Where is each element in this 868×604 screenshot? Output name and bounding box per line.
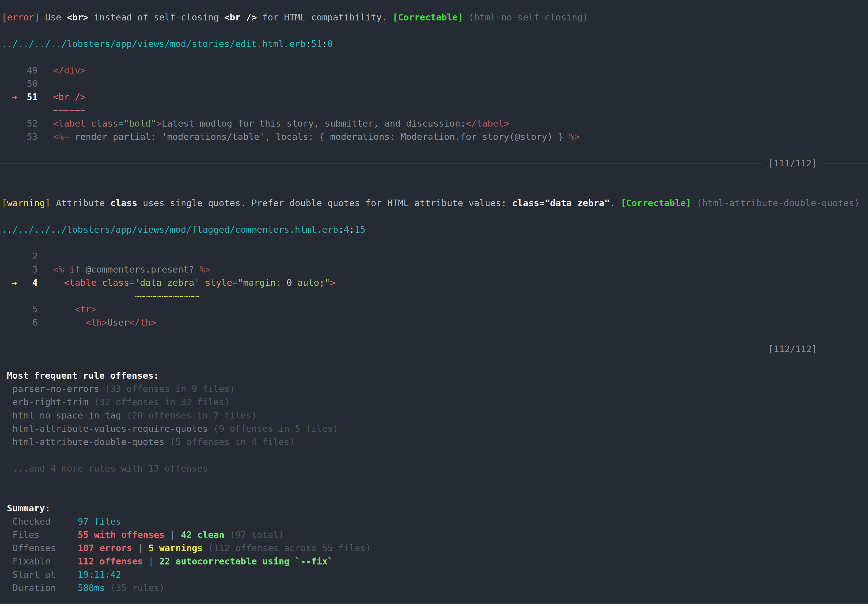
correctable-badge: [Correctable] [621,198,691,208]
gutter-divider [46,104,46,117]
line-number: 2 [2,250,38,263]
blank-line [0,50,868,64]
rule-name: (html-attribute-double-quotes) [697,198,860,208]
path-column-number: 0 [327,39,333,49]
rule-offense-count: (20 offenses in 7 files) [121,410,257,421]
severity-bracket: [ [2,198,7,208]
offense-message: [error] Use <br> instead of self-closing… [0,11,868,24]
divider-line [0,349,762,349]
msg-text: uses single quotes. Prefer double quotes… [137,198,512,208]
msg-text: for HTML compatibility. [257,12,393,23]
correctable-badge: [Correctable] [393,12,463,23]
gutter-divider [46,316,46,329]
code-token: " [325,277,330,288]
code-token: class [96,277,129,288]
code-snippet: 2 3<% if @commenters.present? %> →4 <tab… [0,250,868,329]
severity-label: warning [7,198,45,208]
code-content: </div> [53,65,86,76]
code-token: 0 [287,277,292,288]
blank-line [0,24,868,37]
code-token: if [64,264,80,275]
file-path: ../../../../lobsters/app/views/mod/flagg… [0,223,868,236]
summary-label: Files [12,528,78,541]
path-column-number: 15 [355,224,366,235]
gutter-divider [46,90,46,104]
progress-counter: [112/112] [762,342,823,356]
progress-counter: [111/112] [762,157,823,170]
code-line-50: 50 [0,77,868,90]
file-path: ../../../../lobsters/app/views/mod/stori… [0,37,868,50]
code-content: <% if @commenters.present? %> [53,264,211,275]
code-token: @commenters.present? [80,264,200,275]
code-token: <% [53,264,64,275]
code-token: Latest modlog for this story, submitter,… [161,118,466,129]
rule-offense-count: (33 offenses in 9 files) [99,384,235,394]
summary-separator: | [143,556,159,567]
offense-message: [warning] Attribute class uses single qu… [0,196,868,210]
msg-text [463,12,468,23]
offense-underline-row: ~~~~~~ [0,104,868,117]
line-number: 50 [2,77,38,90]
code-token: > [156,118,161,129]
code-token: render partial: 'moderations/table', loc… [69,131,569,142]
code-line-51: →51<br /> [0,90,868,104]
code-line-2: 2 [0,250,868,263]
gutter-divider [46,130,46,143]
divider-line [0,163,762,163]
summary-label: Duration [12,581,78,595]
blank-line [0,356,868,369]
underline-pad [53,290,135,301]
blank-line [0,183,868,196]
code-line-49: 49</div> [0,64,868,77]
line-number: 6 [2,316,38,329]
divider-line [823,349,868,349]
code-token: </label> [466,118,509,129]
summary-value-start-time: 19:11:42 [78,569,121,580]
summary-heading: Summary: [0,502,868,515]
code-token: = [129,277,135,288]
summary-row-duration: Duration588ms (35 rules) [0,581,868,595]
offense-warning-block: [warning] Attribute class uses single qu… [0,196,868,369]
summary-value-autocorrectable: 22 autocorrectable using `--fix` [159,556,333,567]
code-token [53,277,64,288]
gutter-divider [46,64,46,77]
line-number: 5 [2,303,38,316]
code-line-6: 6 <th>User</th> [0,316,868,329]
rule-offense-item: html-attribute-double-quotes (5 offenses… [0,435,868,449]
code-token: "bold" [124,118,156,129]
rule-offense-item: parser-no-errors (33 offenses in 9 files… [0,382,868,395]
offense-underline: ~~~~~~~~~~~~ [135,290,200,301]
summary-value-errors: 107 errors [78,543,132,553]
code-token: User [107,317,129,328]
code-token: class [86,118,118,129]
summary-value-duration: 588ms [78,582,105,593]
code-snippet: 49</div> 50 →51<br /> ~~~~~~ 52<label cl… [0,64,868,143]
blank-line [0,210,868,223]
msg-code: <br /> [224,12,257,23]
rule-name: (html-no-self-closing) [469,12,588,23]
gutter-divider [46,263,46,276]
code-line-53: 53<%= render partial: 'moderations/table… [0,130,868,143]
offense-pointer-arrow: → [12,90,17,104]
gutter-divider [46,289,46,303]
code-content: ~~~~~~~~~~~~ [53,290,200,301]
rule-offense-name: html-attribute-values-require-quotes [12,423,208,434]
path-line-number: 51 [311,39,322,49]
summary-row-files: Files55 with offenses | 42 clean (97 tot… [0,528,868,541]
msg-text: Attribute [56,198,110,208]
summary-row-checked: Checked97 files [0,515,868,528]
rule-offense-name: html-no-space-in-tag [12,410,121,421]
line-number: 52 [2,117,38,130]
line-number: 49 [2,64,38,77]
blank-line [0,143,868,157]
summary-separator: | [165,529,181,540]
code-token: ; [319,277,324,288]
rule-offense-count: (32 offenses in 32 files) [88,397,230,407]
msg-code: class [110,198,137,208]
code-token: style [200,277,232,288]
summary-label: Offenses [12,541,78,554]
rule-offenses-heading: Most frequent rule offenses: [0,369,868,382]
code-token: </th> [129,317,156,328]
rule-offense-name: erb-right-trim [12,397,88,407]
msg-text: instead of self-closing [88,12,225,23]
